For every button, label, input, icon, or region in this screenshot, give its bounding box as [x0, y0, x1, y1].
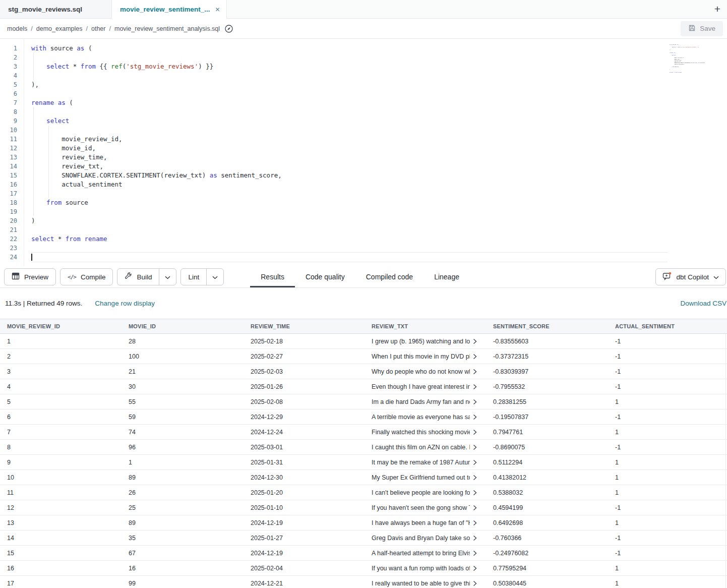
expand-cell-icon[interactable] [473, 414, 477, 420]
review-time-cell: 2024-12-30 [244, 474, 365, 481]
breadcrumb-part[interactable]: models [7, 25, 27, 32]
movie-id-cell: 55 [122, 398, 244, 405]
movie-review-id-cell: 16 [0, 565, 122, 572]
code-line[interactable]: rename as ( [31, 98, 727, 107]
code-line[interactable] [31, 89, 727, 98]
movie-id-cell: 99 [122, 580, 244, 587]
tab-movie-review-sentiment[interactable]: movie_review_sentiment_... ✕ [112, 0, 227, 19]
save-button[interactable]: Save [681, 21, 723, 36]
column-header-movie-id[interactable]: MOVIE_ID [122, 323, 244, 329]
breadcrumb-part[interactable]: other [91, 25, 106, 32]
table-row: 16162025-02-04If you want a fun romp wit… [0, 561, 727, 576]
expand-cell-icon[interactable] [473, 475, 477, 481]
sentiment-score-cell: -0.760366 [486, 535, 608, 542]
movie-review-id-cell: 12 [0, 504, 122, 511]
review-txt-value: Finally watched this shocking movie la… [372, 429, 470, 436]
expand-cell-icon[interactable] [473, 505, 477, 511]
actual-sentiment-cell: 1 [608, 474, 727, 481]
code-line[interactable] [31, 53, 727, 62]
code-line[interactable]: select * from {{ ref('stg_movie_reviews'… [31, 62, 727, 71]
review-txt-value: Even though I have great interest in Bi… [372, 383, 470, 390]
code-line[interactable]: SNOWFLAKE.CORTEX.SENTIMENT(review_txt) a… [31, 171, 727, 180]
tab-compiled-code[interactable]: Compiled code [355, 266, 423, 287]
code-line[interactable]: ) [31, 216, 727, 225]
tab-lineage[interactable]: Lineage [423, 266, 470, 287]
close-tab-icon[interactable]: ✕ [215, 6, 220, 13]
dbt-copilot-button[interactable]: dbt Copilot [655, 268, 726, 285]
compile-button[interactable]: </> Compile [60, 268, 113, 285]
expand-cell-icon[interactable] [473, 490, 477, 496]
expand-cell-icon[interactable] [473, 429, 477, 435]
expand-cell-icon[interactable] [473, 399, 477, 405]
chevron-down-icon [165, 272, 170, 281]
tab-label: stg_movie_reviews.sql [8, 6, 82, 13]
column-header-review-time[interactable]: REVIEW_TIME [244, 323, 365, 329]
code-line[interactable]: movie_id, [31, 144, 727, 153]
expand-cell-icon[interactable] [473, 459, 477, 465]
expand-cell-icon[interactable] [473, 369, 477, 375]
new-tab-button[interactable]: + [708, 0, 727, 18]
review-time-cell: 2024-12-19 [244, 519, 365, 526]
sql-code-editor[interactable]: 123456789101112131415161718192021222324 … [0, 39, 727, 266]
compass-icon[interactable] [224, 24, 233, 33]
action-bar: Preview </> Compile Build Lint ResultsCo… [0, 266, 727, 288]
build-button[interactable]: Build [117, 269, 159, 285]
code-line[interactable] [670, 74, 705, 75]
tab-stg-movie-reviews[interactable]: stg_movie_reviews.sql [0, 0, 112, 18]
code-line[interactable]: review_txt, [31, 162, 727, 171]
tab-label: movie_review_sentiment_... [120, 6, 210, 13]
code-line[interactable] [31, 107, 727, 116]
review-time-cell: 2025-02-04 [244, 565, 365, 572]
sentiment-score-cell: 0.50380445 [486, 580, 608, 587]
code-line[interactable]: select [31, 116, 727, 126]
column-header-actual-sentiment[interactable]: ACTUAL_SENTIMENT [608, 323, 727, 329]
expand-cell-icon[interactable] [473, 384, 477, 390]
column-header-review-txt[interactable]: REVIEW_TXT [365, 323, 486, 329]
code-line[interactable] [31, 189, 727, 198]
save-icon [688, 24, 696, 33]
expand-cell-icon[interactable] [473, 565, 477, 571]
review-txt-value: My Super Ex Girlfriend turned out to b… [372, 474, 470, 481]
movie-review-id-cell: 14 [0, 535, 122, 542]
movie-review-id-cell: 11 [0, 489, 122, 496]
code-line[interactable]: select * from rename [31, 234, 727, 244]
tab-results[interactable]: Results [250, 266, 295, 287]
column-header-movie-review-id[interactable]: MOVIE_REVIEW_ID [0, 323, 122, 329]
movie-id-cell: 89 [122, 519, 244, 526]
lint-button[interactable]: Lint [181, 269, 207, 285]
download-csv-link[interactable]: Download CSV [680, 300, 726, 307]
expand-cell-icon[interactable] [473, 550, 477, 556]
code-line[interactable]: review_time, [31, 153, 727, 162]
movie-review-id-cell: 10 [0, 474, 122, 481]
lint-dropdown-button[interactable] [207, 269, 223, 285]
movie-review-id-cell: 5 [0, 398, 122, 405]
change-row-display-link[interactable]: Change row display [95, 300, 155, 307]
code-line[interactable] [31, 244, 727, 253]
code-line[interactable] [31, 253, 668, 262]
code-line[interactable]: movie_review_id, [31, 135, 727, 144]
code-line[interactable] [31, 126, 727, 135]
build-dropdown-button[interactable] [159, 269, 176, 285]
code-content[interactable]: with source as ( select * from {{ ref('s… [31, 44, 727, 262]
review-txt-value: I have always been a huge fan of "Hom… [372, 519, 470, 526]
code-line[interactable] [31, 207, 727, 216]
table-row: 21002025-02-27When I put this movie in m… [0, 349, 727, 364]
code-line[interactable] [31, 225, 727, 234]
expand-cell-icon[interactable] [473, 444, 477, 450]
code-line[interactable]: from source [31, 198, 727, 207]
review-txt-cell: If you haven't seen the gong show TV s… [365, 504, 486, 511]
code-line[interactable]: with source as ( [31, 44, 727, 53]
column-header-sentiment-score[interactable]: SENTIMENT_SCORE [486, 323, 608, 329]
code-line[interactable]: actual_sentiment [31, 180, 727, 189]
expand-cell-icon[interactable] [473, 338, 477, 344]
editor-minimap[interactable]: with source as ( select * from {{ ref('s… [670, 44, 705, 75]
expand-cell-icon[interactable] [473, 520, 477, 526]
tab-code-quality[interactable]: Code quality [295, 266, 355, 287]
expand-cell-icon[interactable] [473, 354, 477, 360]
code-line[interactable] [31, 71, 727, 80]
expand-cell-icon[interactable] [473, 580, 477, 586]
expand-cell-icon[interactable] [473, 535, 477, 541]
preview-button[interactable]: Preview [4, 268, 56, 285]
code-line[interactable]: ), [31, 80, 727, 89]
breadcrumb-part[interactable]: demo_examples [36, 25, 83, 32]
